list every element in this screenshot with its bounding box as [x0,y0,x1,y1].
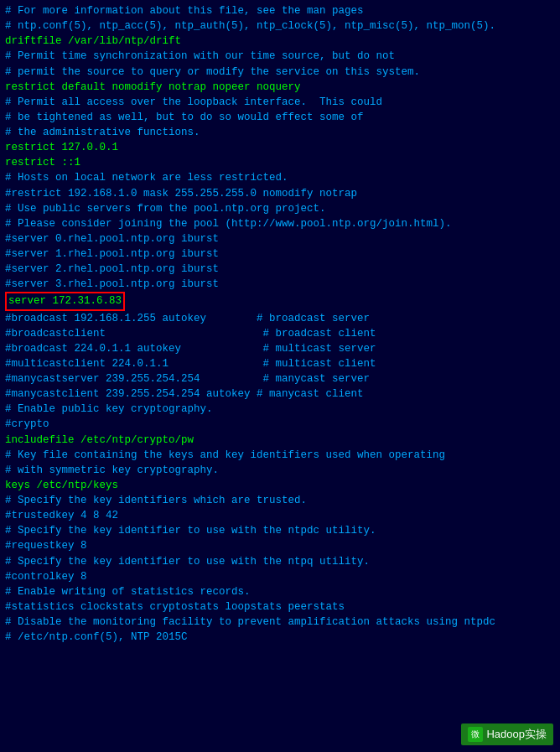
wechat-icon: 微 [468,727,483,742]
terminal-line: server 172.31.6.83 [5,292,555,310]
terminal-line: #broadcastclient # broadcast client [5,326,555,341]
terminal-line: # Use public servers from the pool.ntp.o… [5,201,555,216]
terminal-line: # Specify the key identifier to use with… [5,554,555,569]
terminal-line: #server 1.rhel.pool.ntp.org iburst [5,246,555,262]
terminal-line: #statistics clockstats cryptostats loops… [5,599,555,615]
terminal-line: restrict ::1 [5,155,555,170]
terminal-line: #broadcast 192.168.1.255 autokey # broad… [5,311,555,326]
watermark: 微 Hadoop实操 [461,723,553,745]
terminal-line: # be tightened as well, but to do so wou… [5,110,555,125]
terminal-line: # Specify the key identifier to use with… [5,523,555,538]
terminal-line: driftfile /var/lib/ntp/drift [5,34,555,49]
terminal-line: #server 2.rhel.pool.ntp.org iburst [5,262,555,277]
terminal-line: # Enable public key cryptography. [5,402,555,417]
terminal-line: #restrict 192.168.1.0 mask 255.255.255.0… [5,186,555,201]
terminal-line: #multicastclient 224.0.1.1 # multicast c… [5,356,555,371]
terminal-line: #manycastserver 239.255.254.254 # manyca… [5,371,555,386]
watermark-text: Hadoop实操 [486,727,547,742]
terminal-line: #server 0.rhel.pool.ntp.org iburst [5,231,555,246]
terminal-line: # Enable writing of statistics records. [5,584,555,599]
terminal-line: # Key file containing the keys and key i… [5,448,555,463]
terminal-line: # /etc/ntp.conf(5), NTP 2015C [5,630,555,645]
terminal-line: # with symmetric key cryptography. [5,463,555,478]
terminal-line: # ntp.conf(5), ntp_acc(5), ntp_auth(5), … [5,18,555,34]
terminal-line: # permit the source to query or modify t… [5,65,555,80]
terminal-line: #controlkey 8 [5,569,555,584]
terminal-line: #broadcast 224.0.1.1 autokey # multicast… [5,341,555,356]
terminal-line: #trustedkey 4 8 42 [5,508,555,523]
terminal-window: # For more information about this file, … [0,0,560,752]
terminal-line: #crypto [5,417,555,432]
terminal-line: #server 3.rhel.pool.ntp.org iburst [5,277,555,292]
terminal-line: # Disable the monitoring facility to pre… [5,615,555,630]
terminal-line: # Permit time synchronization with our t… [5,49,555,64]
terminal-line: # Specify the key identifiers which are … [5,493,555,508]
terminal-line: # For more information about this file, … [5,3,555,18]
terminal-line: # Hosts on local network are less restri… [5,170,555,185]
terminal-line: # Please consider joining the pool (http… [5,216,555,231]
terminal-line: # the administrative functions. [5,125,555,140]
terminal-line: restrict 127.0.0.1 [5,140,555,155]
terminal-line: # Permit all access over the loopback in… [5,95,555,110]
terminal-line: keys /etc/ntp/keys [5,478,555,493]
terminal-line: #manycastclient 239.255.254.254 autokey … [5,386,555,402]
terminal-line: #requestkey 8 [5,538,555,553]
terminal-line: includefile /etc/ntp/crypto/pw [5,433,555,448]
terminal-line: restrict default nomodify notrap nopeer … [5,80,555,95]
